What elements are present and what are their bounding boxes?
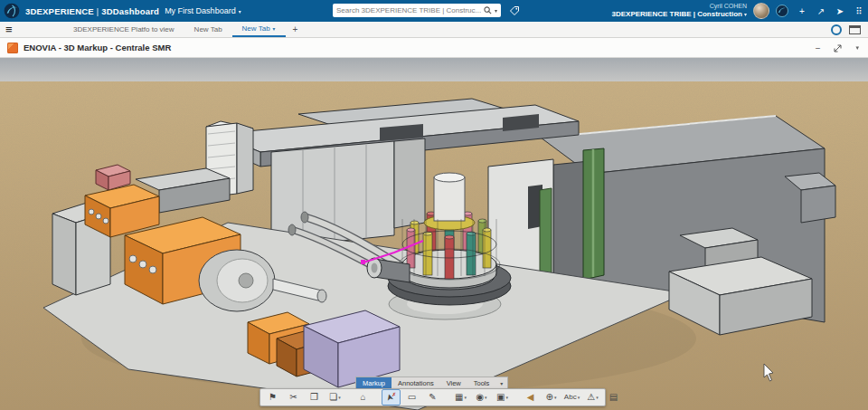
tag-icon[interactable]: [509, 5, 520, 16]
top-bar-left: 3DEXPERIENCE | 3DDashboard My First Dash…: [4, 0, 241, 22]
app-name: 3DDashboard: [101, 6, 159, 16]
home-view-button[interactable]: ⌂: [354, 389, 373, 405]
drum-tank: [199, 250, 275, 311]
text-tool-button[interactable]: Abc▾: [562, 389, 581, 405]
3ds-compass-logo[interactable]: [4, 3, 20, 19]
tab-label: New Tab: [194, 25, 222, 33]
tab-platform-view[interactable]: 3DEXPERIENCE Platfo to view: [63, 22, 184, 37]
chevron-down-icon: ▾: [596, 396, 599, 400]
user-name: Cyril COHEN: [612, 3, 748, 10]
stamp-icon: ◉: [476, 393, 484, 402]
flag-icon: ⚑: [269, 393, 277, 402]
minimize-button[interactable]: −: [816, 43, 821, 53]
note-tool-button[interactable]: ▣▾: [493, 389, 512, 405]
rectangle-icon: ▭: [408, 393, 416, 402]
apps-grid-icon[interactable]: ⠿: [853, 6, 865, 16]
chevron-down-icon: ▾: [273, 25, 276, 32]
brand-divider: |: [94, 6, 101, 16]
record-icon[interactable]: [831, 24, 842, 35]
dashboard-tab-bar: ≡ 3DEXPERIENCE Platfo to view New Tab Ne…: [0, 22, 868, 38]
brand-title: 3DEXPERIENCE | 3DDashboard: [25, 6, 159, 16]
dashboard-name: My First Dashboard: [165, 6, 236, 15]
scene-canvas[interactable]: [0, 58, 868, 410]
tab-label: 3DEXPERIENCE Platfo to view: [73, 25, 175, 33]
target-icon: ⊕: [546, 393, 553, 402]
chevron-down-icon: ▾: [554, 396, 557, 400]
tab-view[interactable]: View: [440, 377, 467, 388]
tab-new-tab-1[interactable]: New Tab: [184, 22, 232, 37]
hamburger-menu-icon[interactable]: ≡: [5, 24, 24, 35]
copy-icon: ❐: [310, 393, 318, 402]
search-area: Search 3DEXPERIENCE TRIBE | Construc... …: [333, 4, 520, 17]
tab-markup[interactable]: Markup: [356, 377, 392, 388]
scissors-icon: ✂: [289, 393, 297, 402]
target-tool-button[interactable]: ⊕▾: [542, 389, 561, 405]
compass-icon[interactable]: [776, 5, 789, 17]
dashboard-selector[interactable]: My First Dashboard▾: [165, 6, 241, 15]
add-icon[interactable]: +: [796, 6, 808, 16]
brand-name: 3DEXPERIENCE: [25, 6, 94, 16]
app-title: ENOVIA - 3D Markup - Centrale SMR: [24, 43, 171, 52]
collapse-widget-icon[interactable]: ▾: [855, 44, 859, 52]
dashboard-tabs: 3DEXPERIENCE Platfo to view New Tab New …: [63, 22, 305, 37]
share-icon[interactable]: ↗: [815, 6, 827, 16]
toolbar-collapse-icon[interactable]: ▾: [495, 377, 507, 388]
search-value: Search 3DEXPERIENCE TRIBE | Construc...: [336, 6, 481, 14]
tab-annotations[interactable]: Annotations: [392, 377, 440, 388]
markup-toolbar-tabs: Markup Annotations View Tools ▾: [355, 377, 508, 388]
chevron-down-icon: ▾: [464, 396, 467, 400]
chevron-down-icon: ▾: [744, 12, 747, 18]
cut-button[interactable]: ✂: [284, 389, 303, 405]
home-icon: ⌂: [360, 393, 365, 402]
search-icon: [484, 6, 492, 14]
window-controls: − ▾: [816, 38, 859, 58]
warning-icon: ⚠: [587, 393, 595, 402]
image-icon: ▦: [455, 393, 463, 402]
cursor-icon: ➤: [384, 393, 395, 403]
back-arrow-icon: ◀: [527, 393, 534, 402]
markup-toolbar: ⚑ ✂ ❐ ❏▾ ⌂ ➤✗ ▭ ✎ ▦▾ ◉▾ ▣▾ ◀ ⊕▾ Abc▾ ⚠▾ …: [259, 388, 606, 406]
image-tool-button[interactable]: ▦▾: [451, 389, 470, 405]
enovia-app-icon: [7, 43, 18, 53]
tab-label: New Tab: [242, 24, 270, 33]
copy-button[interactable]: ❐: [305, 389, 324, 405]
3d-viewport[interactable]: [0, 58, 868, 410]
previous-button[interactable]: ◀: [521, 389, 540, 405]
top-bar: 3DEXPERIENCE | 3DDashboard My First Dash…: [0, 0, 868, 22]
lock-icon: ▤: [609, 393, 618, 402]
tab-bar-right: [831, 22, 861, 38]
screen: 3DEXPERIENCE | 3DDashboard My First Dash…: [0, 0, 868, 410]
text-tool-label: Abc: [564, 394, 577, 401]
markup-pen-button[interactable]: ⚑: [263, 389, 282, 405]
tab-new-tab-2[interactable]: New Tab▾: [232, 22, 286, 37]
stamp-tool-button[interactable]: ◉▾: [472, 389, 491, 405]
chevron-down-icon: ▾: [578, 396, 580, 400]
add-tab-button[interactable]: +: [286, 24, 306, 34]
send-icon[interactable]: ➤: [834, 6, 846, 16]
note-icon: ▣: [496, 393, 505, 402]
app-title-bar: ENOVIA - 3D Markup - Centrale SMR − ▾: [0, 38, 868, 58]
draw-tool-button[interactable]: ✎: [423, 389, 442, 405]
chevron-down-icon: ▾: [239, 8, 241, 14]
chevron-down-icon: ▾: [485, 396, 487, 400]
top-bar-right: Cyril COHEN 3DEXPERIENCE TRIBE | Constru…: [612, 0, 866, 22]
paste-button[interactable]: ❏▾: [326, 389, 344, 405]
widget-layout-icon[interactable]: [849, 25, 861, 34]
lock-button[interactable]: ▤: [604, 389, 623, 405]
paste-icon: ❏: [329, 393, 337, 402]
search-input[interactable]: Search 3DEXPERIENCE TRIBE | Construc... …: [333, 4, 501, 17]
pencil-icon: ✎: [429, 393, 436, 402]
chevron-down-icon: ▾: [505, 396, 508, 400]
tab-tools[interactable]: Tools: [467, 377, 496, 388]
avatar[interactable]: [753, 3, 769, 19]
chevron-down-icon: ▾: [338, 396, 341, 400]
select-annotation-button[interactable]: ➤✗: [382, 389, 401, 405]
maximize-icon[interactable]: [834, 44, 842, 52]
tenant-name: 3DEXPERIENCE TRIBE | Construction: [612, 10, 742, 18]
search-chevron-icon[interactable]: ▾: [495, 7, 497, 14]
user-menu[interactable]: Cyril COHEN 3DEXPERIENCE TRIBE | Constru…: [612, 3, 748, 18]
issue-tool-button[interactable]: ⚠▾: [583, 389, 602, 405]
sky: [0, 58, 868, 85]
rectangle-tool-button[interactable]: ▭: [402, 389, 421, 405]
